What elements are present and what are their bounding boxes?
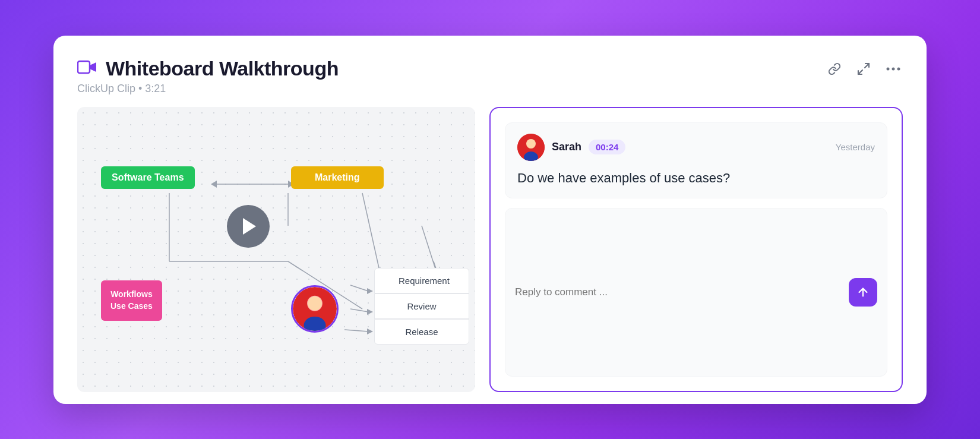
wb-list: Requirement Review Release [374, 268, 469, 345]
card-header: Whiteboard Walkthrough ClickUp Clip • 3:… [77, 57, 903, 95]
more-options-button[interactable] [884, 65, 903, 73]
reply-input[interactable] [515, 286, 842, 298]
list-item-release: Release [374, 319, 469, 345]
svg-line-10 [362, 193, 380, 273]
play-button[interactable] [227, 205, 270, 248]
svg-line-18 [350, 285, 368, 291]
video-icon [77, 59, 97, 78]
header-actions [826, 59, 903, 78]
list-item-requirement: Requirement [374, 268, 469, 293]
comment-card: Sarah 00:24 Yesterday Do we have example… [505, 122, 887, 199]
link-button[interactable] [826, 60, 843, 78]
comment-date: Yesterday [836, 142, 875, 152]
whiteboard-area: Software Teams Marketing Workflows Use C… [77, 107, 475, 392]
list-item-review: Review [374, 293, 469, 319]
wb-avatar-image [293, 287, 337, 331]
svg-point-27 [308, 296, 322, 310]
svg-line-20 [350, 309, 368, 312]
send-icon [856, 286, 870, 299]
svg-point-5 [897, 67, 900, 70]
svg-point-29 [526, 139, 536, 149]
main-card: Whiteboard Walkthrough ClickUp Clip • 3:… [53, 36, 927, 404]
reply-send-button[interactable] [849, 278, 877, 307]
svg-point-4 [892, 67, 895, 70]
svg-marker-23 [367, 329, 373, 334]
svg-point-3 [887, 67, 890, 70]
whiteboard-arrows [77, 107, 475, 392]
wb-software-teams-label: Software Teams [101, 166, 195, 189]
svg-marker-13 [211, 181, 217, 188]
comment-header: Sarah 00:24 Yesterday [517, 134, 875, 161]
comment-panel: Sarah 00:24 Yesterday Do we have example… [489, 107, 903, 392]
page-title: Whiteboard Walkthrough [106, 57, 339, 80]
play-icon [243, 218, 256, 235]
wb-workflows-label: Workflows Use Cases [101, 280, 162, 320]
expand-button[interactable] [854, 59, 873, 78]
svg-rect-0 [78, 61, 90, 73]
svg-marker-21 [367, 309, 373, 315]
svg-line-22 [344, 330, 368, 331]
comment-author-name: Sarah [552, 141, 581, 153]
comment-timestamp: 00:24 [589, 140, 625, 154]
title-row: Whiteboard Walkthrough [77, 57, 339, 80]
avatar-image [517, 134, 545, 161]
reply-box [505, 208, 887, 376]
comment-body: Do we have examples of use cases? [517, 169, 875, 188]
wb-user-avatar [291, 285, 339, 333]
wb-marketing-label: Marketing [291, 166, 384, 189]
svg-marker-19 [367, 288, 373, 294]
content-area: Software Teams Marketing Workflows Use C… [77, 107, 903, 392]
comment-author-avatar [517, 134, 545, 161]
card-subtitle: ClickUp Clip • 3:21 [77, 83, 339, 95]
